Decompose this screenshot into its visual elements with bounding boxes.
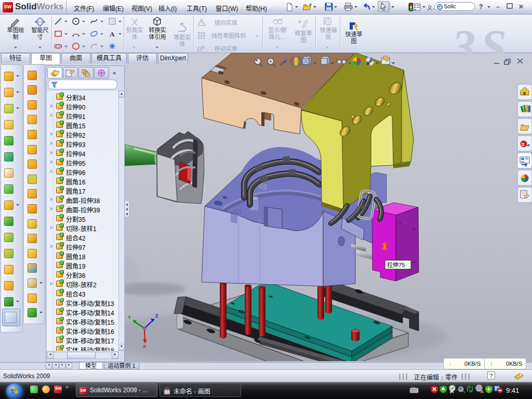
svg-text:?: ? (489, 373, 493, 379)
svg-text:X: X (143, 344, 146, 349)
svg-text:A: A (110, 30, 115, 38)
svg-text:!: ! (482, 390, 483, 393)
svg-text:拉伸75: 拉伸75 (387, 261, 405, 268)
svg-text:Y: Y (128, 315, 131, 320)
svg-text:S: S (522, 142, 525, 147)
svg-text:Snag: Snag (411, 387, 415, 389)
svg-text:Z: Z (155, 313, 158, 318)
